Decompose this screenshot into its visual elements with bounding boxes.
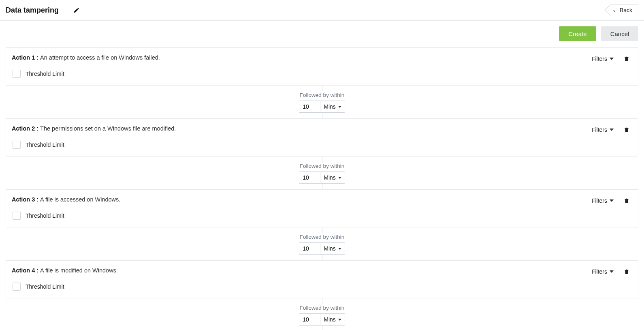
action-description: A file is accessed on Windows. bbox=[40, 196, 120, 203]
followed-by-value-input[interactable] bbox=[299, 171, 320, 184]
sequence-connector: Followed by within Mins bbox=[6, 227, 638, 260]
filters-dropdown[interactable]: Filters bbox=[592, 197, 614, 204]
create-button[interactable]: Create bbox=[559, 26, 596, 41]
connector-line-top bbox=[322, 86, 322, 91]
action-title: Action 1 : An attempt to access a file o… bbox=[12, 54, 592, 62]
action-title: Action 2 : The permissions set on a Wind… bbox=[12, 124, 592, 133]
followed-by-unit-dropdown[interactable]: Mins bbox=[320, 101, 345, 113]
action-card: Action 3 : A file is accessed on Windows… bbox=[6, 189, 638, 227]
threshold-label: Threshold Limit bbox=[26, 212, 64, 219]
connector-line-bottom bbox=[322, 113, 322, 118]
action-card: Action 1 : An attempt to access a file o… bbox=[6, 47, 638, 86]
action-button-row: Create Cancel bbox=[0, 21, 644, 47]
threshold-checkbox[interactable] bbox=[13, 212, 21, 220]
sequence-connector: Followed by within Mins bbox=[6, 86, 638, 118]
filters-dropdown[interactable]: Filters bbox=[592, 126, 614, 133]
chevron-down-icon bbox=[338, 177, 341, 179]
filters-dropdown[interactable]: Filters bbox=[592, 268, 614, 275]
threshold-label: Threshold Limit bbox=[26, 71, 64, 77]
threshold-label: Threshold Limit bbox=[26, 283, 64, 290]
delete-icon[interactable] bbox=[623, 268, 630, 275]
back-button-label: Back bbox=[620, 7, 632, 13]
page-title: Data tampering bbox=[6, 6, 59, 15]
action-number-label: Action 4 : bbox=[12, 267, 40, 274]
action-description: A file is modified on Windows. bbox=[40, 267, 118, 274]
followed-by-label: Followed by within bbox=[300, 92, 344, 98]
filters-label: Filters bbox=[592, 126, 607, 133]
action-title: Action 3 : A file is accessed on Windows… bbox=[12, 195, 592, 204]
action-card: Action 4 : A file is modified on Windows… bbox=[6, 260, 638, 298]
followed-by-unit-dropdown[interactable]: Mins bbox=[320, 313, 345, 326]
filters-dropdown[interactable]: Filters bbox=[592, 56, 614, 62]
followed-by-unit-label: Mins bbox=[324, 316, 336, 323]
connector-line-top bbox=[322, 156, 322, 162]
chevron-down-icon bbox=[338, 106, 341, 108]
action-description: The permissions set on a Windows file ar… bbox=[40, 125, 176, 132]
followed-by-value-input[interactable] bbox=[299, 313, 320, 326]
action-title: Action 4 : A file is modified on Windows… bbox=[12, 266, 592, 274]
chevron-down-icon bbox=[610, 199, 614, 202]
action-description: An attempt to access a file on Windows f… bbox=[40, 54, 160, 61]
connector-line-bottom bbox=[322, 326, 322, 330]
chevron-left-icon: ‹ bbox=[613, 7, 615, 13]
chevron-down-icon bbox=[610, 58, 614, 60]
chevron-down-icon bbox=[338, 248, 341, 250]
action-number-label: Action 3 : bbox=[12, 196, 40, 203]
followed-by-value-input[interactable] bbox=[299, 101, 320, 113]
action-number-label: Action 1 : bbox=[12, 54, 40, 61]
chevron-down-icon bbox=[610, 129, 614, 131]
back-button[interactable]: ‹ Back bbox=[610, 4, 638, 16]
filters-label: Filters bbox=[592, 197, 607, 204]
chevron-down-icon bbox=[610, 270, 614, 273]
followed-by-unit-label: Mins bbox=[324, 103, 336, 110]
action-card: Action 2 : The permissions set on a Wind… bbox=[6, 118, 638, 156]
actions-list: Action 1 : An attempt to access a file o… bbox=[0, 47, 644, 330]
action-number-label: Action 2 : bbox=[12, 125, 40, 132]
followed-by-unit-dropdown[interactable]: Mins bbox=[320, 242, 345, 255]
followed-by-value-input[interactable] bbox=[299, 242, 320, 255]
cancel-button[interactable]: Cancel bbox=[601, 26, 638, 41]
delete-icon[interactable] bbox=[623, 126, 630, 133]
threshold-checkbox[interactable] bbox=[13, 70, 21, 78]
followed-by-unit-label: Mins bbox=[324, 174, 336, 181]
threshold-checkbox[interactable] bbox=[13, 141, 21, 149]
followed-by-unit-label: Mins bbox=[324, 245, 336, 252]
connector-line-top bbox=[322, 298, 322, 304]
filters-label: Filters bbox=[592, 268, 607, 275]
followed-by-label: Followed by within bbox=[300, 305, 344, 311]
chevron-down-icon bbox=[338, 319, 341, 321]
threshold-checkbox[interactable] bbox=[13, 283, 21, 291]
followed-by-unit-dropdown[interactable]: Mins bbox=[320, 171, 345, 184]
delete-icon[interactable] bbox=[623, 55, 630, 62]
connector-line-top bbox=[322, 227, 322, 233]
filters-label: Filters bbox=[592, 56, 607, 62]
followed-by-label: Followed by within bbox=[300, 234, 344, 240]
page-header: Data tampering ‹ Back bbox=[0, 0, 644, 21]
threshold-label: Threshold Limit bbox=[26, 141, 64, 148]
delete-icon[interactable] bbox=[623, 197, 630, 204]
followed-by-label: Followed by within bbox=[300, 163, 344, 169]
connector-line-bottom bbox=[322, 255, 322, 260]
connector-line-bottom bbox=[322, 184, 322, 189]
sequence-connector: Followed by within Mins bbox=[6, 156, 638, 189]
sequence-connector: Followed by within Mins bbox=[6, 298, 638, 330]
edit-icon[interactable] bbox=[73, 7, 80, 13]
